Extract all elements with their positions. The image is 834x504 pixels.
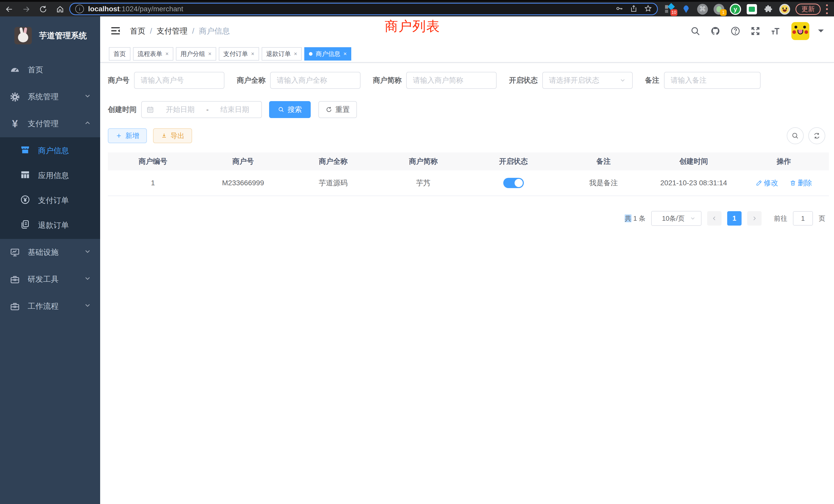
browser-forward-button[interactable]	[21, 4, 32, 15]
extension-y-icon[interactable]: y	[730, 4, 741, 15]
page-unit-label: 页	[818, 214, 825, 223]
sidebar-item-app-info[interactable]: 应用信息	[0, 163, 100, 188]
browser-reload-button[interactable]	[38, 4, 49, 15]
status-select[interactable]: 请选择开启状态	[542, 72, 633, 89]
close-icon[interactable]: ×	[294, 50, 297, 57]
hide-search-button[interactable]	[787, 127, 804, 144]
edit-link[interactable]: 修改	[756, 178, 778, 188]
sidebar-item-label: 商户信息	[38, 145, 69, 156]
browser-back-button[interactable]	[4, 4, 15, 15]
bookmark-star-icon[interactable]	[644, 5, 652, 13]
start-date-placeholder: 开始日期	[158, 105, 202, 114]
export-button[interactable]: 导出	[153, 128, 192, 143]
close-icon[interactable]: ×	[343, 50, 347, 57]
sidebar-item-system[interactable]: 系统管理	[0, 84, 100, 110]
password-key-icon[interactable]	[615, 5, 623, 13]
close-icon[interactable]: ×	[166, 50, 169, 57]
merchant-no-label: 商户号	[108, 75, 129, 85]
trash-icon	[790, 180, 796, 186]
status-toggle[interactable]	[503, 178, 524, 188]
url-text: localhost:1024/pay/merchant	[88, 5, 183, 13]
sidebar-item-label: 研发工具	[28, 274, 59, 284]
font-size-icon[interactable]	[770, 25, 781, 37]
browser-home-button[interactable]	[54, 4, 66, 15]
extension-command-icon[interactable]: ⌘	[697, 4, 708, 15]
cell-full-name: 芋道源码	[288, 178, 378, 188]
delete-link[interactable]: 删除	[790, 178, 812, 188]
dashboard-icon	[9, 64, 21, 76]
column-header: 开启状态	[468, 157, 558, 166]
column-header: 商户全称	[288, 157, 378, 166]
browser-update-button[interactable]: 更新	[795, 4, 821, 15]
sidebar-item-label: 支付订单	[38, 195, 69, 206]
chevron-down-icon	[619, 77, 626, 84]
reset-button[interactable]: 重置	[319, 101, 357, 118]
next-page-button[interactable]	[747, 211, 762, 226]
tab-pay-order[interactable]: 支付订单×	[219, 47, 259, 61]
breadcrumb-home[interactable]: 首页	[130, 26, 145, 37]
date-range-picker[interactable]: 开始日期 - 结束日期	[141, 101, 262, 118]
search-icon[interactable]	[690, 25, 701, 37]
sidebar-item-infrastructure[interactable]: 基础设施	[0, 239, 100, 266]
browser-menu-icon[interactable]	[826, 4, 828, 14]
grid-icon	[20, 169, 30, 182]
extension-tampermonkey-icon[interactable]: 10	[664, 4, 675, 15]
full-name-input[interactable]	[271, 72, 360, 88]
sidebar: 芋道管理系统 首页 系统管理 ¥ 支付管理	[0, 17, 100, 504]
sidebar-item-payment[interactable]: ¥ 支付管理	[0, 110, 100, 137]
sidebar-item-workflow[interactable]: 工作流程	[0, 293, 100, 320]
status-label: 开启状态	[509, 75, 538, 85]
merchant-no-input[interactable]	[135, 72, 224, 88]
sidebar-item-label: 系统管理	[28, 92, 59, 102]
short-name-input[interactable]	[407, 72, 496, 88]
close-icon[interactable]: ×	[251, 50, 255, 57]
tab-merchant-info[interactable]: 商户信息×	[304, 47, 351, 61]
extension-badge: 10	[671, 9, 677, 16]
sidebar-collapse-icon[interactable]	[110, 25, 122, 37]
refresh-table-button[interactable]	[808, 127, 825, 144]
avatar-caret-icon[interactable]	[818, 29, 824, 35]
extensions-puzzle-icon[interactable]	[763, 4, 774, 15]
active-dot	[309, 52, 312, 56]
logo[interactable]: 芋道管理系统	[0, 17, 100, 55]
prev-page-button[interactable]	[707, 211, 722, 226]
yen-icon: ¥	[9, 118, 21, 130]
fullscreen-icon[interactable]	[750, 25, 761, 37]
merchant-table: 商户编号 商户号 商户全称 商户简称 开启状态 备注 创建时间 操作 1 M23…	[108, 153, 829, 196]
tab-home[interactable]: 首页	[109, 47, 130, 61]
site-info-icon[interactable]: i	[75, 5, 84, 13]
sidebar-item-home[interactable]: 首页	[0, 56, 100, 84]
tab-process-form[interactable]: 流程表单×	[133, 47, 173, 61]
sidebar-item-dev-tools[interactable]: 研发工具	[0, 266, 100, 293]
tab-user-group[interactable]: 用户分组×	[176, 47, 216, 61]
address-bar[interactable]: i localhost:1024/pay/merchant	[69, 3, 658, 15]
monitor-icon	[9, 247, 21, 258]
close-icon[interactable]: ×	[208, 50, 212, 57]
github-icon[interactable]	[710, 25, 721, 37]
sidebar-item-merchant-info[interactable]: 商户信息	[0, 138, 100, 163]
page-number-button[interactable]: 1	[727, 211, 742, 226]
app-title: 芋道管理系统	[39, 30, 87, 41]
sidebar-item-refund-order[interactable]: 退款订单	[0, 213, 100, 238]
share-icon[interactable]	[630, 5, 638, 13]
extension-pin-icon[interactable]	[680, 4, 692, 15]
add-button[interactable]: 新增	[108, 128, 147, 143]
sidebar-item-label: 支付管理	[28, 118, 59, 129]
gear-icon	[9, 91, 21, 102]
extension-emoji-avatar[interactable]	[779, 4, 790, 15]
page-size-select[interactable]: 10条/页	[651, 211, 702, 226]
extension-chat-icon[interactable]	[746, 4, 758, 15]
tab-refund-order[interactable]: 退款订单×	[262, 47, 302, 61]
chevron-right-icon	[751, 215, 757, 221]
chevron-down-icon	[690, 215, 696, 222]
goto-page-input[interactable]	[793, 211, 813, 226]
search-button[interactable]: 搜索	[269, 101, 311, 118]
search-icon	[791, 132, 799, 140]
table-row: 1 M233666999 芋道源码 芋艿 我是备注 2021-10-23 08:…	[108, 170, 829, 196]
sidebar-item-pay-order[interactable]: 支付订单	[0, 188, 100, 213]
user-avatar[interactable]	[791, 22, 809, 40]
remark-input[interactable]	[664, 72, 760, 88]
extension-proxy-icon[interactable]: 1	[713, 4, 725, 15]
toolbox-icon	[9, 301, 21, 312]
help-icon[interactable]	[730, 25, 741, 37]
